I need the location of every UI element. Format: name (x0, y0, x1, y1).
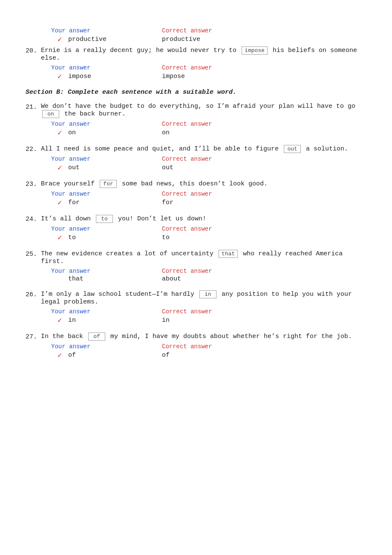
correct-answer-val-0: on (162, 129, 170, 136)
question-body-4: The new evidence creates a lot of uncert… (41, 250, 366, 265)
question-21: 21.We don’t have the budget to do everyt… (26, 103, 366, 137)
correct-answer-val-2: for (162, 199, 173, 206)
question-number-5: 26. (26, 290, 41, 306)
your-answer-val-6: of (68, 352, 162, 359)
your-answer-header-20b: Your answer (51, 64, 162, 71)
checkmark-prev: ✓ (51, 35, 68, 44)
your-answer-val-2: for (68, 199, 162, 206)
question-22: 22.All I need is some peace and quiet, a… (26, 145, 366, 172)
correct-answer-header-2: Correct answer (162, 191, 212, 197)
your-answer-header-0: Your answer (51, 121, 162, 127)
inline-input-2: for (100, 180, 117, 188)
your-answer-header-3: Your answer (51, 225, 162, 232)
checkmark-20: ✓ (51, 72, 68, 81)
question-26: 26.I’m only a law school student—I’m har… (26, 290, 366, 325)
inline-input-6: of (88, 332, 105, 341)
your-answer-val-0: on (68, 129, 162, 136)
correct-answer-val-6: of (162, 352, 170, 359)
question-number-20: 20. (26, 46, 41, 62)
your-answer-header-5: Your answer (51, 308, 162, 315)
correct-answer-header-3: Correct answer (162, 225, 212, 232)
correct-answer-val-1: out (162, 164, 173, 171)
your-answer-val-1: out (68, 164, 162, 171)
correct-answer-header-1: Correct answer (162, 156, 212, 162)
question-body-2: Brace yourself for some bad news, this d… (41, 180, 366, 188)
question-body-3: It’s all down to you! Don’t let us down! (41, 215, 366, 223)
checkmark-2: ✓ (51, 198, 68, 207)
correct-answer-val-prev: productive (162, 36, 200, 43)
question-body-6: In the back of my mind, I have my doubts… (41, 332, 366, 341)
checkmark-6: ✓ (51, 351, 68, 360)
correct-answer-header-5: Correct answer (162, 308, 212, 315)
question-body-1: All I need is some peace and quiet, and … (41, 145, 366, 153)
question-27: 27.In the back of my mind, I have my dou… (26, 332, 366, 360)
checkmark-1: ✓ (51, 163, 68, 172)
inline-input-1: out (284, 145, 301, 153)
your-answer-header-6: Your answer (51, 343, 162, 350)
checkmark-5: ✓ (51, 316, 68, 325)
inline-input-0: on (42, 110, 59, 118)
your-answer-val-4: that (68, 275, 162, 283)
correct-answer-val-20: impose (162, 73, 185, 80)
correct-answer-val-5: in (162, 317, 170, 324)
inline-input-3: to (96, 215, 113, 223)
your-answer-val-5: in (68, 317, 162, 324)
question-23: 23.Brace yourself for some bad news, thi… (26, 180, 366, 207)
correct-answer-header-6: Correct answer (162, 343, 212, 350)
your-answer-header-4: Your answer (51, 268, 162, 275)
checkmark-3: ✓ (51, 233, 68, 242)
your-answer-val-3: to (68, 234, 162, 241)
question-number-1: 22. (26, 145, 41, 153)
correct-answer-val-3: to (162, 234, 170, 241)
your-answer-val-20: impose (68, 73, 162, 80)
inline-input-4: that (219, 250, 238, 258)
question-24: 24.It’s all down to you! Don’t let us do… (26, 215, 366, 242)
your-answer-header-20: Your answer (51, 27, 162, 34)
question-body-20: Ernie is a really decent guy; he would n… (41, 46, 366, 62)
question-number-3: 24. (26, 215, 41, 223)
checkmark-0: ✓ (51, 128, 68, 137)
correct-answer-header-0: Correct answer (162, 121, 212, 127)
correct-answer-header-20: Correct answer (162, 27, 212, 34)
question-number-4: 25. (26, 250, 41, 265)
inline-input-5: in (199, 290, 216, 298)
question-25: 25.The new evidence creates a lot of unc… (26, 250, 366, 283)
question-number-0: 21. (26, 103, 41, 118)
question-20: Your answer Correct answer ✓ productive … (26, 27, 366, 81)
question-body-5: I’m only a law school student—I’m hardly… (41, 290, 366, 306)
section-b-title: Section B: Complete each sentence with a… (26, 89, 366, 96)
your-answer-header-1: Your answer (51, 156, 162, 162)
inline-input-20: impose (242, 46, 268, 55)
correct-answer-header-20b: Correct answer (162, 64, 212, 71)
question-number-6: 27. (26, 332, 41, 341)
question-body-0: We don’t have the budget to do everythin… (41, 103, 366, 118)
question-number-2: 23. (26, 180, 41, 188)
correct-answer-header-4: Correct answer (162, 268, 212, 275)
correct-answer-val-4: about (162, 275, 181, 283)
your-answer-header-2: Your answer (51, 191, 162, 197)
your-answer-val-prev: productive (68, 36, 162, 43)
